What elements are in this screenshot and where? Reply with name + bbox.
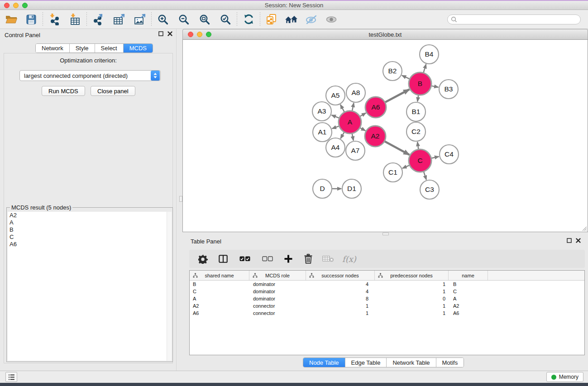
graph-edge[interactable] [431, 157, 439, 158]
graph-edge[interactable] [385, 141, 409, 155]
cell-mcds-role[interactable]: dominator [249, 289, 306, 294]
tab-mcds[interactable]: MCDS [124, 44, 153, 52]
list-item[interactable]: B [8, 226, 172, 234]
graph-edge[interactable] [360, 128, 365, 131]
cell-mcds-role[interactable]: dominator [249, 281, 306, 287]
table-settings-button[interactable] [197, 252, 209, 266]
tab-select[interactable]: Select [95, 44, 124, 52]
cell-successor-nodes[interactable]: 1 [306, 303, 375, 309]
cell-predecessor-nodes[interactable]: 1 [375, 310, 449, 316]
select-all-columns-button[interactable] [239, 252, 251, 266]
graph-edge[interactable] [352, 134, 354, 141]
cell-shared-name[interactable]: A2 [190, 303, 249, 309]
graph-edge[interactable] [332, 126, 339, 129]
network-graph[interactable]: AA1A3A5A8A4A7A6A2BB2B4B3B1C2CC4C1C3DD1 [183, 40, 588, 232]
zoom-in-button[interactable] [156, 12, 170, 27]
tab-style[interactable]: Style [70, 44, 95, 52]
new-network-from-selection-button[interactable] [265, 12, 278, 27]
graph-edge[interactable] [432, 86, 439, 87]
delete-columns-button[interactable] [302, 252, 314, 266]
graph-edge[interactable] [385, 90, 409, 102]
network-canvas[interactable]: AA1A3A5A8A4A7A6A2BB2B4B3B1C2CC4C1C3DD1 [182, 40, 588, 232]
list-item[interactable]: A [8, 219, 172, 226]
table-row[interactable]: A6 connector 1 1 A6 [190, 310, 584, 317]
graph-edge[interactable] [417, 142, 418, 149]
delete-table-button[interactable] [322, 252, 334, 266]
list-item[interactable]: A6 [8, 241, 172, 248]
import-table-button[interactable] [68, 12, 82, 27]
graph-edge[interactable] [340, 133, 344, 138]
list-scrollbar[interactable] [167, 212, 172, 361]
export-image-button[interactable] [133, 12, 147, 27]
unselect-all-columns-button[interactable] [262, 252, 273, 266]
graph-edge[interactable] [417, 95, 418, 102]
cell-predecessor-nodes[interactable]: 1 [375, 303, 449, 309]
tab-network-table[interactable]: Network Table [387, 358, 436, 367]
cell-successor-nodes[interactable]: 8 [306, 296, 375, 301]
optimization-criterion-select[interactable]: largest connected component (directed) [19, 70, 161, 81]
column-header-predecessor-nodes[interactable]: predecessor nodes [375, 271, 449, 280]
list-item[interactable]: C [8, 234, 172, 241]
hide-selected-button[interactable] [305, 12, 318, 27]
cell-name[interactable]: B [449, 281, 488, 287]
cell-name[interactable]: A [449, 296, 488, 301]
vertical-splitter-handle[interactable] [179, 196, 182, 202]
graph-edge[interactable] [331, 115, 339, 118]
zoom-selected-button[interactable] [219, 12, 232, 27]
zoom-fit-button[interactable] [198, 12, 211, 27]
cell-successor-nodes[interactable]: 1 [306, 310, 375, 316]
cell-successor-nodes[interactable]: 4 [306, 281, 375, 287]
list-item[interactable]: A2 [8, 212, 172, 219]
cell-shared-name[interactable]: C [190, 289, 249, 294]
graph-edge[interactable] [352, 103, 354, 111]
run-mcds-button[interactable]: Run MCDS [42, 86, 85, 96]
cell-mcds-role[interactable]: connector [249, 303, 306, 309]
export-table-button[interactable] [112, 12, 126, 27]
export-network-button[interactable] [91, 12, 105, 27]
node-table[interactable]: shared name MCDS role successor nodes [189, 270, 585, 355]
column-header-shared-name[interactable]: shared name [190, 271, 249, 280]
cell-name[interactable]: C [449, 289, 488, 294]
refresh-network-button[interactable] [242, 12, 255, 27]
add-column-button[interactable] [282, 252, 294, 266]
search-input[interactable] [447, 14, 581, 24]
cell-shared-name[interactable]: B [190, 281, 249, 287]
cell-predecessor-nodes[interactable]: 1 [375, 289, 449, 294]
table-row[interactable]: A2 connector 1 1 A2 [190, 302, 584, 310]
cell-name[interactable]: A6 [449, 310, 488, 316]
resize-grip-icon[interactable] [581, 225, 587, 231]
cell-predecessor-nodes[interactable]: 0 [375, 296, 449, 301]
close-panel-icon[interactable] [576, 238, 581, 243]
graph-edge[interactable] [402, 165, 409, 168]
graph-edge[interactable] [424, 172, 426, 180]
network-window-titlebar[interactable]: testGlobe.txt [182, 29, 588, 40]
cell-predecessor-nodes[interactable]: 1 [375, 281, 449, 287]
column-header-successor-nodes[interactable]: successor nodes [306, 271, 375, 280]
mcds-result-list[interactable]: A2 A B C A6 [8, 212, 172, 361]
cell-mcds-role[interactable]: dominator [249, 296, 306, 301]
column-header-mcds-role[interactable]: MCDS role [249, 271, 306, 280]
import-network-button[interactable] [48, 12, 61, 27]
open-session-button[interactable] [5, 12, 18, 27]
cell-mcds-role[interactable]: connector [249, 310, 306, 316]
task-history-button[interactable] [5, 372, 17, 382]
graph-edge[interactable] [402, 76, 409, 79]
apply-function-button[interactable]: f(x) [342, 254, 356, 264]
memory-button[interactable]: Memory [546, 372, 583, 382]
first-neighbors-button[interactable] [285, 12, 298, 27]
float-panel-icon[interactable] [158, 31, 163, 36]
table-row[interactable]: B dominator 4 1 B [190, 281, 584, 288]
zoom-out-button[interactable] [177, 12, 191, 27]
tab-network[interactable]: Network [36, 44, 70, 52]
column-header-name[interactable]: name [449, 271, 488, 280]
table-row[interactable]: A dominator 8 0 A [190, 295, 584, 302]
window-titlebar[interactable]: Session: New Session [0, 1, 588, 10]
cell-name[interactable]: A2 [449, 303, 488, 309]
tab-node-table[interactable]: Node Table [303, 358, 345, 367]
tab-motifs[interactable]: Motifs [436, 358, 464, 367]
float-panel-icon[interactable] [567, 238, 572, 243]
cell-successor-nodes[interactable]: 4 [306, 289, 375, 294]
cell-shared-name[interactable]: A6 [190, 310, 249, 316]
show-columns-button[interactable] [217, 252, 229, 266]
graph-edge[interactable] [424, 64, 426, 72]
